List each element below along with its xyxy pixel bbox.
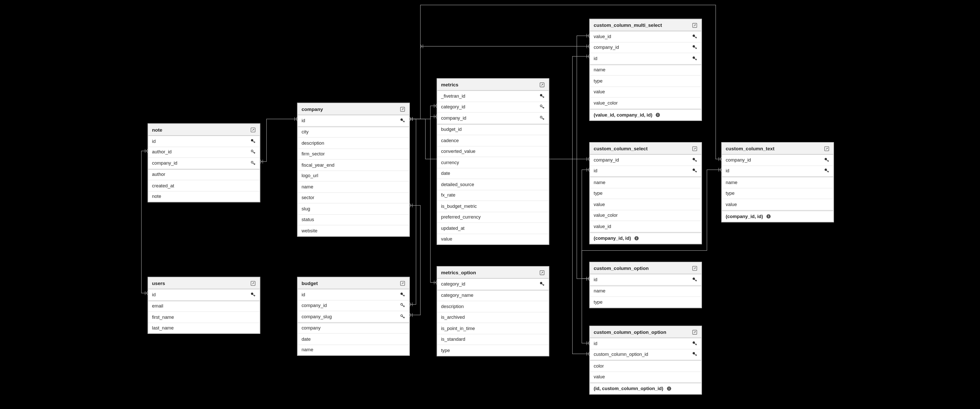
field-row[interactable]: company_id (148, 158, 260, 169)
field-row[interactable]: category_name (438, 290, 549, 301)
field-row[interactable]: firm_sector (298, 149, 409, 160)
field-row[interactable]: name (590, 177, 701, 188)
field-row[interactable]: currency (438, 157, 549, 168)
field-row[interactable]: company_id (590, 155, 701, 166)
field-row[interactable]: author_id (148, 147, 260, 158)
field-row[interactable]: sector (298, 192, 409, 203)
entity-cc_option[interactable]: custom_column_option id name type (589, 262, 702, 308)
field-row[interactable]: value_color (590, 210, 701, 221)
field-row[interactable]: budget_id (438, 124, 549, 135)
field-row[interactable]: email (148, 300, 260, 312)
entity-header[interactable]: custom_column_option_option (590, 326, 701, 338)
expand-icon[interactable] (691, 329, 698, 335)
field-row[interactable]: _fivetran_id (438, 91, 549, 102)
field-row[interactable]: company_id (722, 155, 833, 166)
field-row[interactable]: type (590, 76, 701, 87)
expand-icon[interactable] (399, 106, 406, 112)
entity-cc_select[interactable]: custom_column_select company_id id name … (589, 142, 702, 244)
entity-note[interactable]: note id author_id company_id author crea… (148, 123, 260, 203)
field-row[interactable]: value (590, 87, 701, 97)
field-row[interactable]: fx_rate (438, 190, 549, 201)
entity-header[interactable]: users (148, 277, 260, 289)
field-row[interactable]: value_id (590, 221, 701, 232)
field-row[interactable]: preferred_currency (438, 212, 549, 223)
field-row[interactable]: description (438, 301, 549, 312)
field-row[interactable]: id (590, 274, 701, 285)
entity-metrics_option[interactable]: metrics_option category_id category_name… (437, 266, 549, 356)
field-row[interactable]: updated_at (438, 223, 549, 234)
field-row[interactable]: id (148, 289, 260, 300)
entity-header[interactable]: metrics (438, 79, 549, 91)
field-row[interactable]: fiscal_year_end (298, 160, 409, 171)
entity-header[interactable]: custom_column_option (590, 262, 701, 275)
field-row[interactable]: note (148, 191, 260, 201)
expand-icon[interactable] (250, 127, 256, 133)
field-row[interactable]: name (590, 64, 701, 76)
field-row[interactable]: date (298, 334, 409, 345)
field-row[interactable]: is_standard (438, 334, 549, 345)
field-row[interactable]: name (722, 177, 833, 188)
field-row[interactable]: company_id (590, 42, 701, 53)
field-row[interactable]: value_color (590, 97, 701, 109)
field-row[interactable]: description (298, 138, 409, 149)
field-row[interactable]: type (438, 345, 549, 355)
entity-users[interactable]: users id email first_name last_name (148, 277, 260, 334)
field-row[interactable]: company_slug (298, 312, 409, 322)
expand-icon[interactable] (823, 146, 830, 151)
field-row[interactable]: first_name (148, 312, 260, 323)
field-row[interactable]: id (590, 166, 701, 177)
expand-icon[interactable] (399, 280, 406, 286)
expand-icon[interactable] (539, 270, 545, 275)
entity-header[interactable]: company (298, 103, 409, 115)
entity-company[interactable]: company id city description firm_sector … (297, 103, 410, 236)
field-row[interactable]: value_id (590, 32, 701, 42)
field-row[interactable]: created_at (148, 181, 260, 192)
field-row[interactable]: id (722, 166, 833, 177)
entity-cc_option_option[interactable]: custom_column_option_option id custom_co… (589, 326, 702, 395)
field-row[interactable]: logo_url (298, 171, 409, 182)
field-row[interactable]: city (298, 126, 409, 138)
entity-header[interactable]: custom_column_select (590, 143, 701, 155)
field-row[interactable]: company_id (298, 300, 409, 312)
entity-header[interactable]: note (148, 124, 260, 136)
entity-header[interactable]: custom_column_multi_select (590, 19, 701, 32)
field-row[interactable]: date (438, 168, 549, 179)
field-row[interactable]: cadence (438, 135, 549, 146)
field-row[interactable]: category_id (438, 102, 549, 113)
expand-icon[interactable] (250, 280, 256, 286)
entity-metrics[interactable]: metrics _fivetran_id category_id company… (437, 78, 549, 245)
field-row[interactable]: author (148, 169, 260, 180)
entity-header[interactable]: custom_column_text (722, 143, 833, 155)
field-row[interactable]: id (590, 53, 701, 64)
expand-icon[interactable] (691, 22, 698, 28)
field-row[interactable]: name (298, 345, 409, 355)
field-row[interactable]: value (590, 199, 701, 210)
expand-icon[interactable] (691, 265, 698, 271)
expand-icon[interactable] (539, 82, 545, 88)
field-row[interactable]: value (722, 199, 833, 210)
field-row[interactable]: color (590, 360, 701, 372)
field-row[interactable]: name (590, 285, 701, 297)
field-row[interactable]: type (590, 297, 701, 307)
entity-budget[interactable]: budget id company_id company_slug compan… (297, 277, 410, 356)
field-row[interactable]: website (298, 225, 409, 236)
field-row[interactable]: is_archived (438, 312, 549, 323)
field-row[interactable]: id (590, 338, 701, 349)
entity-header[interactable]: budget (298, 277, 409, 289)
field-row[interactable]: id (298, 115, 409, 126)
entity-cc_multi_select[interactable]: custom_column_multi_select value_id comp… (589, 19, 702, 121)
field-row[interactable]: slug (298, 203, 409, 214)
field-row[interactable]: name (298, 182, 409, 193)
field-row[interactable]: value (438, 234, 549, 244)
field-row[interactable]: value (590, 372, 701, 383)
field-row[interactable]: detailed_source (438, 179, 549, 190)
field-row[interactable]: converted_value (438, 146, 549, 157)
field-row[interactable]: is_budget_metric (438, 201, 549, 212)
field-row[interactable]: status (298, 214, 409, 225)
field-row[interactable]: id (148, 136, 260, 147)
field-row[interactable]: custom_column_option_id (590, 349, 701, 360)
field-row[interactable]: id (298, 289, 409, 300)
entity-cc_text[interactable]: custom_column_text company_id id name ty… (721, 142, 834, 222)
field-row[interactable]: category_id (438, 279, 549, 290)
field-row[interactable]: last_name (148, 323, 260, 333)
